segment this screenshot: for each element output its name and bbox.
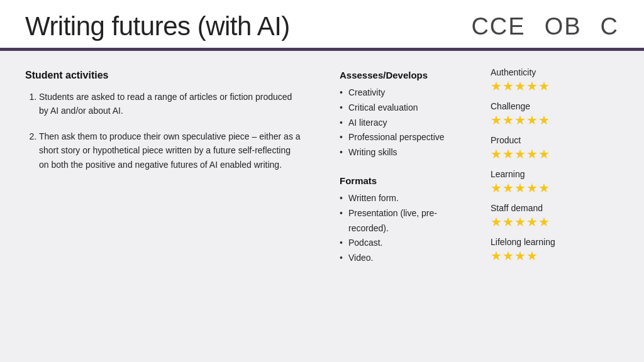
list-item: Written form. xyxy=(340,191,459,206)
rating-stars: ★★★★★ xyxy=(491,79,625,94)
code-cce: CCE xyxy=(471,13,525,40)
rating-item: Challenge★★★★★ xyxy=(491,101,625,128)
content-area: Student activities Students are asked to… xyxy=(0,51,644,362)
right-panel: Authenticity★★★★★Challenge★★★★★Product★★… xyxy=(478,62,631,351)
list-item: Presentation (live, pre-recorded). xyxy=(340,206,459,236)
rating-stars: ★★★★★ xyxy=(491,112,625,128)
assesses-list: Creativity Critical evaluation AI litera… xyxy=(340,85,459,160)
rating-label: Lifelong learning xyxy=(491,237,625,247)
rating-stars: ★★★★★ xyxy=(491,146,625,162)
student-activities-list: Students are asked to read a range of ar… xyxy=(25,90,302,172)
rating-item: Staff demand★★★★★ xyxy=(491,203,625,229)
rating-item: Authenticity★★★★★ xyxy=(491,67,625,94)
list-item: Video. xyxy=(340,251,459,266)
rating-item: Learning★★★★★ xyxy=(491,169,625,195)
rating-stars: ★★★★★ xyxy=(491,180,625,195)
rating-stars: ★★★★ xyxy=(491,248,625,263)
list-item: Students are asked to read a range of ar… xyxy=(39,90,302,118)
student-activities-title: Student activities xyxy=(25,70,302,81)
formats-title: Formats xyxy=(340,175,459,186)
page-title: Writing futures (with AI) xyxy=(25,11,290,41)
rating-label: Authenticity xyxy=(491,67,625,77)
rating-label: Learning xyxy=(491,169,625,179)
header: Writing futures (with AI) CCE OB C xyxy=(0,0,644,48)
list-item: AI literacy xyxy=(340,116,459,131)
formats-list: Written form. Presentation (live, pre-re… xyxy=(340,191,459,266)
list-item: Creativity xyxy=(340,85,459,101)
list-item: Critical evaluation xyxy=(340,101,459,116)
page: Writing futures (with AI) CCE OB C Stude… xyxy=(0,0,644,362)
code-ob: OB xyxy=(545,13,582,40)
list-item: Podcast. xyxy=(340,236,459,251)
assesses-title: Assesses/Develops xyxy=(340,70,459,80)
left-panel: Student activities Students are asked to… xyxy=(13,62,321,351)
rating-item: Product★★★★★ xyxy=(491,135,625,162)
list-item: Then ask them to produce their own specu… xyxy=(39,129,302,172)
list-item: Professional perspective xyxy=(340,130,459,145)
rating-label: Staff demand xyxy=(491,203,625,213)
list-item: Writing skills xyxy=(340,145,459,160)
rating-label: Challenge xyxy=(491,101,625,111)
rating-label: Product xyxy=(491,135,625,145)
rating-stars: ★★★★★ xyxy=(491,214,625,229)
header-codes: CCE OB C xyxy=(471,13,619,40)
code-c: C xyxy=(601,13,619,40)
rating-item: Lifelong learning★★★★ xyxy=(491,237,625,263)
middle-panel: Assesses/Develops Creativity Critical ev… xyxy=(327,62,472,351)
